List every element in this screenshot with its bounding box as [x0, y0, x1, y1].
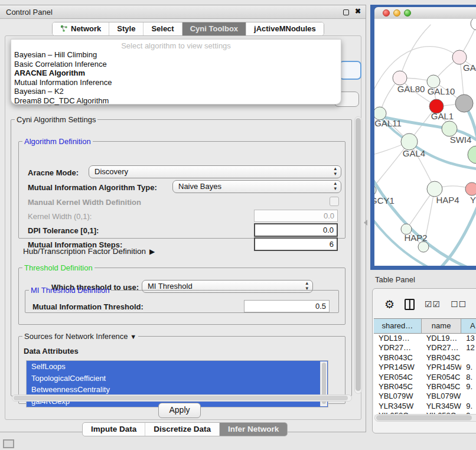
zoom-traffic-light-icon[interactable]: [404, 9, 411, 17]
mi-threshold-input[interactable]: 0.5: [244, 300, 330, 312]
network-node-gal80[interactable]: [393, 71, 407, 85]
table-row[interactable]: YDR27…YDR27…12: [374, 343, 476, 353]
threshold-definition-group: Threshold Definition Which threshold to …: [18, 263, 345, 325]
table-cell: YER054C: [422, 373, 462, 382]
table-cell: 8.: [461, 373, 476, 382]
aracne-mode-select[interactable]: Discovery ▴▾: [89, 165, 341, 178]
node-label: GAL4: [403, 148, 425, 158]
pane-splitter-handle[interactable]: [364, 220, 367, 226]
column-header-shared[interactable]: shared…: [374, 319, 422, 333]
sources-group: Sources for Network Inference ▼ Data Att…: [18, 332, 345, 404]
kernel-width-input[interactable]: 0.0: [254, 210, 338, 222]
tab-cyni-toolbox[interactable]: Cyni Toolbox: [182, 22, 246, 35]
apply-button[interactable]: Apply: [158, 403, 201, 418]
mi-threshold-definition-title: MI Threshold Definition: [29, 286, 111, 295]
attribute-item-topologicalcoefficient[interactable]: TopologicalCoefficient: [27, 373, 328, 384]
algorithm-option-aracne-algorithm[interactable]: ARACNE Algorithm: [11, 69, 341, 78]
mi-algorithm-type-label: Mutual Information Algorithm Type:: [28, 183, 157, 192]
sources-title[interactable]: Sources for Network Inference ▼: [22, 332, 138, 341]
settings-vertical-scrollbar[interactable]: [354, 116, 362, 394]
control-panel-title: Control Panel: [6, 8, 53, 17]
mi-algorithm-type-select[interactable]: Naive Bayes ▴▾: [172, 180, 341, 193]
network-view-window: GALGAL80GAL10GAL1GAL11SWI4GAL4GCY1HAP4YH…: [370, 5, 476, 270]
cyni-algorithm-settings-group: Cyni Algorithm Settings Algorithm Defini…: [11, 115, 352, 396]
tab-select[interactable]: Select: [144, 22, 182, 35]
tab-impute-data[interactable]: Impute Data: [83, 423, 145, 436]
tab-network[interactable]: Network: [53, 22, 109, 35]
tab-infer-network[interactable]: Infer Network: [220, 423, 287, 436]
algorithm-option-dream8-dc-tdc-algorithm[interactable]: Dream8 DC_TDC Algorithm: [11, 96, 341, 106]
network-node[interactable]: [471, 19, 476, 30]
mi-steps-input[interactable]: 6: [254, 237, 338, 251]
table-cell: [461, 392, 476, 401]
network-node[interactable]: [455, 94, 473, 112]
algorithm-option-basic-correlation-inference[interactable]: Basic Correlation Inference: [11, 60, 341, 69]
network-node[interactable]: [418, 242, 429, 252]
table-cell: YDR27…: [422, 343, 462, 353]
mi-threshold-definition-group: MI Threshold Definition Mutual Informati…: [25, 286, 339, 313]
table-cell: YBR045C: [422, 382, 462, 392]
gear-icon[interactable]: ⚙: [384, 299, 395, 310]
data-attributes-label: Data Attributes: [24, 347, 79, 356]
tab-style[interactable]: Style: [109, 22, 144, 35]
algorithm-option-mutual-information-inference[interactable]: Mutual Information Inference: [11, 78, 341, 87]
table-cell: 9.: [461, 363, 476, 372]
control-panel-titlebar: Control Panel ✖: [0, 5, 366, 19]
node-label: Y: [470, 195, 476, 205]
node-label: GAL11: [374, 118, 402, 128]
table-row[interactable]: YBL079WYBL079W: [374, 392, 476, 401]
network-node-gal4[interactable]: [401, 133, 418, 150]
dpi-tolerance-input[interactable]: 0.0: [254, 223, 338, 237]
manual-kernel-width-checkbox[interactable]: [330, 197, 339, 206]
network-canvas[interactable]: GALGAL80GAL10GAL1GAL11SWI4GAL4GCY1HAP4YH…: [374, 19, 476, 266]
table-cell: YLR345W: [422, 402, 462, 411]
minimize-traffic-light-icon[interactable]: [393, 9, 400, 17]
tab-discretize-data[interactable]: Discretize Data: [145, 423, 220, 436]
close-traffic-light-icon[interactable]: [383, 9, 390, 17]
table-cell: YPR145W: [422, 363, 462, 372]
table-cell: YDR27…: [374, 343, 422, 353]
network-node[interactable]: [468, 146, 476, 164]
node-label: GAL80: [397, 84, 425, 94]
table-cell: 9.: [461, 402, 476, 411]
column-header-a[interactable]: A: [461, 319, 476, 333]
network-node-y[interactable]: [465, 182, 476, 195]
table-row[interactable]: YBR043CYBR043C: [374, 353, 476, 363]
checked-checkboxes-icon[interactable]: ☑☑: [425, 299, 441, 309]
table-row[interactable]: YBR045CYBR045C9.: [374, 382, 476, 392]
float-window-icon[interactable]: [343, 9, 349, 15]
table-horizontal-scrollbar[interactable]: [374, 414, 476, 422]
node-label: HAP2: [404, 233, 427, 243]
tab-jactivemnodules[interactable]: jActiveMNodules: [246, 22, 324, 35]
minimized-panel-icon[interactable]: [3, 439, 14, 448]
algorithm-option-bayesian-k2[interactable]: Bayesian – K2: [11, 87, 341, 96]
attribute-item-betweennesscentrality[interactable]: BetweennessCentrality: [27, 384, 328, 396]
control-panel-window: Control Panel ✖ gal-filtered sif default…: [0, 5, 366, 432]
close-icon[interactable]: ✖: [355, 7, 361, 15]
combo-stepper-icon: ▴▾: [334, 166, 337, 177]
dpi-tolerance-label: DPI Tolerance [0,1]:: [28, 226, 99, 235]
column-header-name[interactable]: name: [422, 319, 462, 333]
manual-kernel-width-label: Manual Kernel Width Definition: [28, 198, 141, 207]
algorithm-dropdown-popup: Select algorithm to view settings Bayesi…: [11, 39, 341, 105]
table-row[interactable]: YPR145WYPR145W9.: [374, 363, 476, 372]
algorithm-dropdown-list: Bayesian – Hill ClimbingBasic Correlatio…: [11, 50, 341, 106]
table-cell: YBL079W: [422, 392, 462, 401]
algorithm-option-bayesian-hill-climbing[interactable]: Bayesian – Hill Climbing: [11, 50, 341, 60]
table-cell: 9.: [461, 382, 476, 392]
settings-horizontal-scrollbar[interactable]: [12, 394, 352, 402]
unchecked-checkboxes-icon[interactable]: ☐☐: [451, 299, 467, 309]
node-label: GCY1: [374, 195, 395, 206]
table-cell: YPR145W: [374, 363, 422, 372]
attribute-item-selfloops[interactable]: SelfLoops: [27, 361, 328, 373]
table-cell: YER054C: [374, 373, 422, 382]
expander-expanded-icon: ▼: [130, 333, 136, 340]
column-view-icon[interactable]: [405, 299, 415, 310]
aracne-mode-label: Aracne Mode:: [28, 168, 79, 177]
table-row[interactable]: YLR345WYLR345W9.: [374, 402, 476, 411]
node-attribute-table[interactable]: shared…nameA YDL19…YDL19…13YDR27…YDR27…1…: [374, 318, 476, 415]
hub-factor-expander[interactable]: Hub/Transcription Factor Definition▶: [23, 247, 155, 256]
table-row[interactable]: YER054CYER054C8.: [374, 373, 476, 382]
network-edge: [426, 196, 476, 266]
table-row[interactable]: YDL19…YDL19…13: [374, 334, 476, 343]
